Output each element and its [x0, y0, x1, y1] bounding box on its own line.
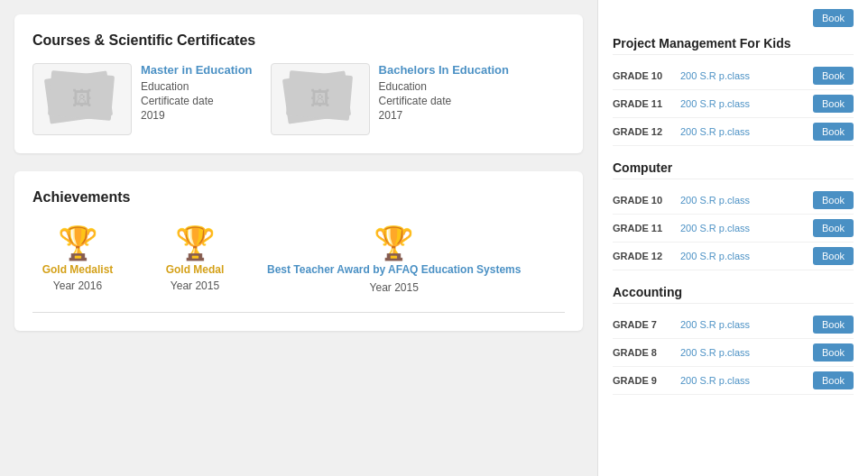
cert-category-1: Education	[141, 80, 253, 93]
grade-price-0-1: 200 S.R p.class	[680, 98, 813, 109]
achievement-item-1: 🏆 Gold Medalist Year 2016	[32, 227, 123, 292]
book-button-1-2[interactable]: Book	[813, 247, 854, 265]
grade-label-0-2: GRADE 12	[613, 126, 680, 137]
top-book-button[interactable]: Book	[813, 9, 854, 27]
bottom-divider	[32, 312, 565, 313]
trophy-icon-3: 🏆	[374, 227, 414, 260]
grade-label-2-0: GRADE 7	[613, 319, 680, 330]
grade-label-1-0: GRADE 10	[613, 195, 680, 206]
grade-price-2-1: 200 S.R p.class	[680, 347, 813, 358]
book-button-1-0[interactable]: Book	[813, 191, 854, 209]
grade-price-1-0: 200 S.R p.class	[680, 195, 813, 206]
grade-row-0-1: GRADE 11200 S.R p.classBook	[613, 90, 854, 118]
achievement-year-3: Year 2015	[370, 281, 419, 294]
achievement-year-2: Year 2015	[171, 279, 219, 292]
top-book-row: Book	[613, 9, 854, 32]
courses-section: Courses & Scientific Certificates 🖼 Mast…	[14, 14, 583, 153]
book-button-0-2[interactable]: Book	[813, 123, 854, 141]
grade-row-2-1: GRADE 8200 S.R p.classBook	[613, 339, 854, 367]
cert-title-2: Bachelors In Education	[379, 63, 509, 78]
certificate-item-1: 🖼 Master in Education Education Certific…	[32, 63, 253, 135]
achievements-title: Achievements	[32, 189, 565, 206]
grade-price-1-2: 200 S.R p.class	[680, 251, 813, 261]
grade-price-2-0: 200 S.R p.class	[680, 319, 813, 330]
grade-row-1-0: GRADE 10200 S.R p.classBook	[613, 187, 854, 215]
cert-info-1: Master in Education Education Certificat…	[141, 63, 253, 122]
grade-price-2-2: 200 S.R p.class	[680, 375, 813, 386]
left-panel: Courses & Scientific Certificates 🖼 Mast…	[0, 0, 597, 476]
image-icon-2: 🖼	[310, 87, 330, 111]
grade-price-0-2: 200 S.R p.class	[680, 126, 813, 137]
cert-label-1: Certificate date	[141, 95, 253, 107]
book-button-2-0[interactable]: Book	[813, 316, 854, 334]
grade-label-1-2: GRADE 12	[613, 251, 680, 261]
subjects-container: Project Management For KidsGRADE 10200 S…	[613, 36, 854, 395]
grade-price-0-0: 200 S.R p.class	[680, 70, 813, 81]
book-button-2-2[interactable]: Book	[813, 371, 854, 389]
book-button-0-0[interactable]: Book	[813, 67, 854, 85]
achievement-year-1: Year 2016	[53, 279, 102, 292]
grade-row-1-2: GRADE 12200 S.R p.classBook	[613, 243, 854, 270]
cert-image-1: 🖼	[32, 63, 132, 135]
achievement-label-2: Gold Medal	[166, 263, 225, 276]
cert-date-2: 2017	[379, 109, 509, 122]
grade-price-1-1: 200 S.R p.class	[680, 223, 813, 233]
trophy-icon-1: 🏆	[58, 227, 98, 260]
cert-category-2: Education	[379, 80, 509, 93]
achievement-item-3: 🏆 Best Teacher Award by AFAQ Education S…	[267, 227, 521, 294]
right-panel: Book Project Management For KidsGRADE 10…	[597, 0, 868, 476]
trophy-icon-2: 🏆	[175, 227, 216, 260]
achievements-grid: 🏆 Gold Medalist Year 2016 🏆 Gold Medal Y…	[32, 220, 565, 294]
subject-section-1: ComputerGRADE 10200 S.R p.classBookGRADE…	[613, 160, 854, 270]
grade-label-2-1: GRADE 8	[613, 347, 680, 358]
achievement-item-2: 🏆 Gold Medal Year 2015	[150, 227, 240, 292]
book-button-2-1[interactable]: Book	[813, 343, 854, 362]
book-button-0-1[interactable]: Book	[813, 95, 854, 113]
subject-title-2: Accounting	[613, 285, 854, 304]
cert-date-1: 2019	[141, 109, 253, 122]
image-icon-1: 🖼	[72, 87, 92, 111]
subject-section-2: AccountingGRADE 7200 S.R p.classBookGRAD…	[613, 285, 854, 395]
subject-title-1: Computer	[613, 160, 854, 179]
book-button-1-1[interactable]: Book	[813, 219, 854, 237]
cert-image-2: 🖼	[271, 63, 370, 135]
subject-title-0: Project Management For Kids	[613, 36, 854, 55]
subject-section-0: Project Management For KidsGRADE 10200 S…	[613, 36, 854, 146]
grade-row-1-1: GRADE 11200 S.R p.classBook	[613, 215, 854, 243]
grade-label-0-1: GRADE 11	[613, 98, 680, 109]
cert-info-2: Bachelors In Education Education Certifi…	[379, 63, 509, 122]
grade-label-1-1: GRADE 11	[613, 223, 680, 233]
achievement-title-3: Best Teacher Award by AFAQ Education Sys…	[267, 263, 521, 278]
achievement-label-1: Gold Medalist	[42, 263, 114, 276]
courses-title: Courses & Scientific Certificates	[32, 32, 565, 49]
cert-label-2: Certificate date	[379, 95, 509, 107]
grade-row-2-2: GRADE 9200 S.R p.classBook	[613, 367, 854, 395]
cert-title-1: Master in Education	[141, 63, 253, 78]
grade-row-0-0: GRADE 10200 S.R p.classBook	[613, 62, 854, 90]
grade-label-0-0: GRADE 10	[613, 70, 680, 81]
grade-row-2-0: GRADE 7200 S.R p.classBook	[613, 311, 854, 339]
grade-label-2-2: GRADE 9	[613, 375, 680, 386]
certificate-item-2: 🖼 Bachelors In Education Education Certi…	[271, 63, 509, 135]
certificates-grid: 🖼 Master in Education Education Certific…	[32, 63, 565, 135]
grade-row-0-2: GRADE 12200 S.R p.classBook	[613, 118, 854, 146]
achievements-section: Achievements 🏆 Gold Medalist Year 2016 🏆…	[14, 171, 583, 331]
